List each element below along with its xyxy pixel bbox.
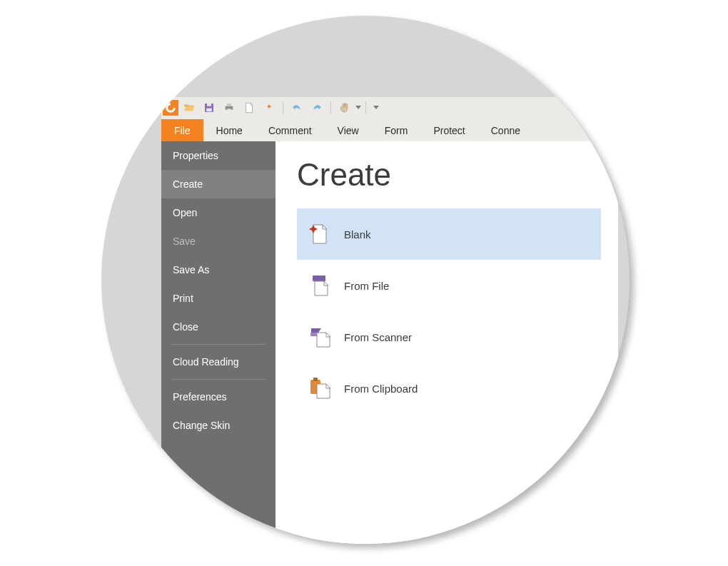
undo-icon	[290, 101, 303, 114]
create-panel: Create Blank	[275, 141, 618, 544]
create-option-from-scanner[interactable]: From Scanner	[297, 311, 601, 363]
open-button[interactable]	[180, 98, 198, 117]
undo-button[interactable]	[288, 98, 306, 117]
sidebar-item-save-as[interactable]: Save As	[161, 256, 275, 284]
app-logo	[163, 100, 178, 116]
open-icon	[183, 101, 196, 114]
redo-button[interactable]	[308, 98, 326, 117]
svg-rect-2	[206, 108, 212, 111]
app-logo-icon	[164, 101, 177, 114]
panel-title: Create	[297, 157, 601, 193]
application-window: File Home Comment View Form Protect Conn…	[161, 97, 618, 544]
page-icon	[243, 101, 256, 114]
tab-file[interactable]: File	[161, 119, 203, 141]
sidebar-item-create[interactable]: Create	[161, 170, 275, 198]
save-button[interactable]	[200, 98, 218, 117]
blank-document-icon	[307, 221, 333, 247]
svg-rect-4	[227, 103, 231, 106]
sidebar-item-save: Save	[161, 227, 275, 256]
toolbar-separator	[365, 101, 366, 114]
sidebar-divider	[171, 379, 266, 380]
create-options: Blank From File	[297, 208, 601, 414]
tab-comment[interactable]: Comment	[256, 119, 325, 141]
svg-rect-9	[313, 378, 318, 381]
from-file-icon	[307, 273, 333, 298]
hand-icon	[338, 101, 351, 114]
create-option-label: From Clipboard	[344, 383, 418, 395]
svg-rect-5	[227, 108, 231, 112]
circular-mask: File Home Comment View Form Protect Conn…	[101, 16, 630, 544]
sidebar-item-cloud-reading[interactable]: Cloud Reading	[161, 348, 275, 376]
sidebar-item-preferences[interactable]: Preferences	[161, 383, 275, 411]
print-icon	[223, 101, 236, 114]
hand-tool-button[interactable]	[335, 98, 354, 117]
sidebar-divider	[171, 344, 266, 345]
from-scanner-icon	[307, 324, 333, 350]
sidebar-item-properties[interactable]: Properties	[161, 141, 275, 170]
tab-connect[interactable]: Conne	[478, 119, 533, 141]
svg-rect-6	[313, 276, 325, 281]
new-icon	[263, 101, 275, 114]
tab-view[interactable]: View	[325, 119, 372, 141]
hand-tool-dropdown-icon[interactable]	[355, 106, 361, 109]
create-option-label: From File	[344, 280, 389, 292]
create-option-blank[interactable]: Blank	[297, 208, 601, 260]
file-menu-sidebar: Properties Create Open Save Save As Prin…	[161, 141, 275, 544]
sidebar-item-print[interactable]: Print	[161, 284, 275, 313]
redo-icon	[310, 101, 323, 114]
tab-form[interactable]: Form	[372, 119, 421, 141]
page-background: File Home Comment View Form Protect Conn…	[0, 0, 728, 566]
page-button[interactable]	[240, 98, 258, 117]
create-option-label: Blank	[344, 228, 371, 241]
svg-rect-1	[207, 103, 211, 106]
sidebar-item-close[interactable]: Close	[161, 313, 275, 341]
create-option-from-file[interactable]: From File	[297, 260, 601, 311]
sidebar-item-change-skin[interactable]: Change Skin	[161, 411, 275, 440]
sidebar-item-open[interactable]: Open	[161, 198, 275, 227]
create-option-from-clipboard[interactable]: From Clipboard	[297, 363, 601, 414]
new-button[interactable]	[260, 98, 278, 117]
file-backstage: Properties Create Open Save Save As Prin…	[161, 141, 618, 544]
toolbar-separator	[283, 101, 283, 114]
save-icon	[203, 101, 216, 114]
tab-home[interactable]: Home	[203, 119, 256, 141]
print-button[interactable]	[220, 98, 238, 117]
from-clipboard-icon	[307, 375, 333, 401]
tab-protect[interactable]: Protect	[420, 119, 477, 141]
qat-customize-dropdown-icon[interactable]	[373, 106, 379, 109]
ribbon-tabs: File Home Comment View Form Protect Conn…	[161, 118, 618, 141]
toolbar-separator	[330, 101, 331, 114]
quick-access-toolbar	[161, 97, 618, 118]
create-option-label: From Scanner	[344, 331, 412, 343]
